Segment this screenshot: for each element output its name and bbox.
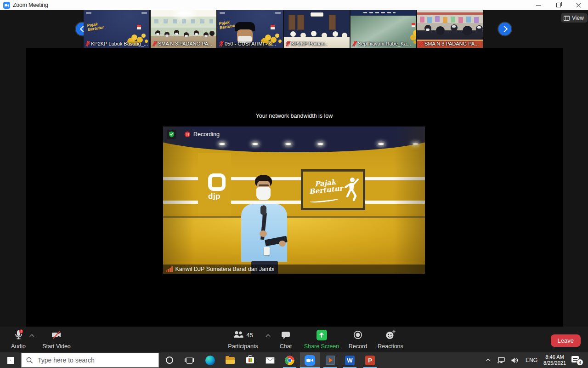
muted-mic-icon — [85, 41, 90, 46]
zoom-meeting-screen: Zoom Meeting View Pajak Bertutur KP2KP L… — [0, 0, 588, 368]
restore-icon — [556, 3, 561, 7]
flag-graphic — [137, 25, 141, 29]
reactions-button[interactable]: Reactions — [373, 329, 408, 350]
close-icon — [576, 3, 581, 7]
taskbar-clock[interactable]: 8:46 AM 8/25/2021 — [543, 352, 566, 368]
start-button[interactable] — [0, 352, 21, 368]
participants-icon — [233, 330, 244, 339]
action-center-button[interactable]: 4 — [571, 356, 582, 365]
participants-label: Participants — [228, 343, 258, 350]
zoom-app-icon — [3, 2, 10, 9]
audio-label: Audio — [11, 343, 26, 350]
participants-button[interactable]: 45 Participants — [224, 329, 262, 350]
restore-button[interactable] — [548, 0, 569, 10]
share-screen-label: Share Screen — [304, 343, 339, 350]
volume-icon[interactable] — [511, 352, 519, 368]
chat-label: Chat — [280, 343, 292, 350]
meeting-toolbar: ! Audio Start Video — [0, 327, 588, 352]
task-view-icon[interactable] — [185, 356, 194, 364]
taskbar-app-mail[interactable] — [260, 352, 280, 368]
chat-icon — [281, 329, 291, 340]
start-video-button[interactable]: Start Video — [40, 329, 73, 350]
mail-icon — [266, 357, 275, 364]
taskbar-app-zoom-active[interactable] — [300, 352, 320, 368]
participant-thumbnail[interactable]: KP2KP Painan - — [284, 10, 350, 48]
network-icon[interactable] — [497, 352, 505, 368]
participant-name: SMA N 3 PADANG PA... — [158, 41, 212, 46]
shared-video: djp Pajak Bertutur — [163, 126, 425, 274]
view-menu-button[interactable]: View — [561, 13, 588, 23]
recording-indicator: Recording — [167, 129, 220, 139]
participant-thumbnail[interactable]: Pajak Bertutur 050 - GUSFAHMI - K... — [217, 10, 283, 48]
recording-label: Recording — [193, 131, 220, 138]
participant-thumbnail[interactable]: SMA N 3 PADANG PA... — [151, 10, 216, 48]
signal-strength-icon — [166, 266, 173, 272]
participant-name: KP2KP Lubuk Basung_... — [91, 41, 148, 46]
notification-badge: 4 — [577, 359, 583, 366]
microsoft-store-icon — [246, 357, 254, 363]
cortana-icon[interactable] — [166, 356, 173, 364]
windows-logo-icon — [7, 357, 14, 364]
participant-name: 050 - GUSFAHMI - K... — [225, 41, 276, 46]
reactions-label: Reactions — [378, 343, 403, 350]
record-icon — [353, 329, 363, 340]
file-explorer-icon — [226, 357, 235, 364]
minimize-button[interactable] — [528, 0, 548, 10]
muted-mic-icon — [219, 41, 223, 46]
start-video-label: Start Video — [42, 343, 71, 350]
taskbar-app-edge[interactable] — [200, 352, 220, 368]
muted-mic-icon — [286, 41, 290, 46]
search-icon — [26, 357, 33, 364]
mascot-graphic — [265, 34, 271, 40]
language-indicator[interactable]: ENG — [526, 352, 537, 368]
chat-button[interactable]: Chat — [275, 329, 297, 350]
taskbar-app-powerpoint[interactable]: P — [360, 352, 380, 368]
id-badge — [264, 247, 270, 255]
participant-thumbnail[interactable]: Septhiavani Habe_Ka... — [351, 10, 416, 48]
audio-button[interactable]: ! Audio — [6, 329, 31, 350]
video-caption: Kanwil DJP Sumatera Barat dan Jambi — [175, 266, 275, 272]
audio-options-chevron[interactable] — [30, 334, 34, 338]
taskbar-app-word[interactable]: W — [340, 352, 360, 368]
encryption-shield-icon — [167, 130, 176, 139]
muted-mic-icon — [419, 41, 423, 46]
share-screen-button[interactable]: Share Screen — [302, 329, 341, 350]
filmstrip-next-button[interactable] — [498, 23, 511, 35]
chrome-icon — [285, 356, 294, 365]
taskbar-app-movies-tv[interactable] — [320, 352, 340, 368]
gallery-grid-icon — [564, 16, 570, 21]
svg-text:!: ! — [21, 330, 22, 333]
participants-count: 45 — [246, 332, 253, 339]
taskbar-app-file-explorer[interactable] — [220, 352, 240, 368]
recording-dot-icon — [185, 132, 190, 137]
participant-thumbnail[interactable]: SMA N 3 PADANG PA... — [417, 10, 483, 48]
participant-name: Septhiavani Habe_Ka... — [358, 41, 411, 46]
participant-thumbnail[interactable]: Pajak Bertutur KP2KP Lubuk Basung_... — [84, 10, 149, 48]
video-caption-bar: Kanwil DJP Sumatera Barat dan Jambi — [163, 264, 425, 274]
windows-taskbar: W P ENG 8:46 AM — [0, 352, 588, 368]
taskbar-search[interactable] — [21, 353, 159, 368]
record-label: Record — [349, 343, 367, 350]
view-label: View — [572, 15, 584, 21]
muted-mic-icon — [352, 41, 356, 46]
record-button[interactable]: Record — [344, 329, 372, 350]
movies-tv-icon — [326, 356, 335, 365]
leave-button[interactable]: Leave — [551, 334, 581, 347]
system-tray: ENG 8:46 AM 8/25/2021 4 — [482, 352, 588, 368]
mascot-graphic — [131, 34, 137, 40]
face-mask — [256, 187, 271, 200]
reactions-icon — [385, 329, 396, 340]
close-button[interactable] — [569, 0, 588, 10]
window-title-bar: Zoom Meeting — [0, 0, 588, 10]
zoom-taskbar-icon — [305, 355, 315, 366]
zoom-window-body: View Pajak Bertutur KP2KP Lubuk Basung_.… — [0, 10, 588, 352]
taskbar-app-store[interactable] — [240, 352, 260, 368]
share-screen-icon — [317, 330, 327, 340]
window-title: Zoom Meeting — [13, 2, 48, 8]
tray-overflow-chevron[interactable] — [486, 358, 491, 362]
taskbar-app-chrome[interactable] — [280, 352, 300, 368]
search-input[interactable] — [37, 356, 158, 364]
edge-icon — [205, 356, 215, 365]
participants-options-chevron[interactable] — [266, 334, 270, 338]
video-off-icon — [51, 329, 62, 340]
